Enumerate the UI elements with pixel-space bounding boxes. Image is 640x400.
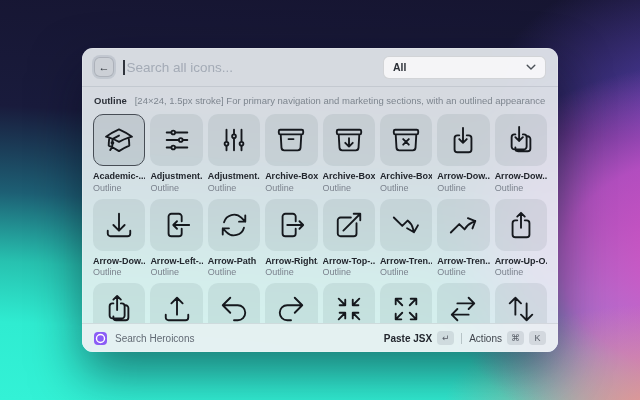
arrow-uturn-left-icon [219,294,249,323]
icon-card-label: Adjustment... [150,171,202,181]
icon-card-arrow-trending-down[interactable]: Arrow-Tren... Outline [380,199,432,278]
actions-label: Actions [469,333,502,344]
archive-box-arrow-down-icon [334,125,364,155]
actions-button[interactable]: Actions ⌘ K [469,331,546,345]
section-title: Outline [94,95,127,106]
icon-card-arrow-up-on-square-stack[interactable] [93,283,145,323]
chevron-down-icon [526,64,536,71]
icon-card-arrow-trending-up[interactable]: Arrow-Tren... Outline [437,199,489,278]
arrow-down-on-square-icon [448,125,478,155]
icon-card-label: Archive-Box... [323,171,375,181]
icon-card-style: Outline [323,268,375,278]
arrows-right-left-icon [448,294,478,323]
icon-card-archive-box-arrow-down[interactable]: Archive-Box... Outline [323,114,375,193]
results-area: Outline [24×24, 1.5px stroke] For primar… [82,86,558,323]
icon-card-label: Academic-... [93,171,145,181]
icon-card-label: Arrow-Tren... [380,256,432,266]
icon-card-arrow-down-on-square-stack[interactable]: Arrow-Dow... Outline [495,114,547,193]
arrows-up-down-icon [506,294,536,323]
icon-card-label: Arrow-Dow... [495,171,547,181]
icon-grid: Academic-... Outline Adjustment... Outli… [93,114,547,323]
arrow-down-tray-icon [104,210,134,240]
icon-card-style: Outline [380,268,432,278]
icon-card-arrow-uturn-right[interactable] [265,283,317,323]
icon-card-arrows-pointing-out[interactable] [380,283,432,323]
icon-card-label: Arrow-Tren... [437,256,489,266]
desktop-background: { "search": { "placeholder": "Search all… [0,0,640,400]
icon-card-style: Outline [93,268,145,278]
icon-card-label: Arrow-Left-... [150,256,202,266]
icon-card-arrow-up-tray[interactable] [150,283,202,323]
icon-card-arrow-path[interactable]: Arrow-Path Outline [208,199,260,278]
academic-cap-icon [104,125,134,155]
icon-card-label: Arrow-Right... [265,256,317,266]
icon-card-style: Outline [265,184,317,194]
icon-card-arrows-up-down[interactable] [495,283,547,323]
search-bar: ← All [82,48,558,87]
filter-dropdown[interactable]: All [383,56,546,79]
icon-card-style: Outline [323,184,375,194]
arrow-trending-down-icon [391,210,421,240]
arrow-up-on-square-icon [506,210,536,240]
enter-key-icon: ↵ [437,331,454,345]
icon-card-label: Arrow-Path [208,256,260,266]
icon-card-arrow-uturn-left[interactable] [208,283,260,323]
adjustments-vertical-icon [219,125,249,155]
arrow-down-on-square-stack-icon [506,125,536,155]
icon-card-style: Outline [208,268,260,278]
arrow-top-right-on-square-icon [334,210,364,240]
icon-card-adjustments-vertical[interactable]: Adjustment... Outline [208,114,260,193]
paste-jsx-button[interactable]: Paste JSX ↵ [384,331,454,345]
icon-card-style: Outline [495,268,547,278]
icon-card-label: Arrow-Top-... [323,256,375,266]
arrows-pointing-out-icon [391,294,421,323]
icon-card-arrow-down-on-square[interactable]: Arrow-Dow... Outline [437,114,489,193]
icon-card-arrow-right-on-rectangle[interactable]: Arrow-Right... Outline [265,199,317,278]
icon-card-archive-box-x-mark[interactable]: Archive-Box... Outline [380,114,432,193]
icon-card-arrow-left-on-rectangle[interactable]: Arrow-Left-... Outline [150,199,202,278]
arrow-path-icon [219,210,249,240]
icon-card-style: Outline [265,268,317,278]
footer-divider [461,333,462,344]
arrow-up-on-square-stack-icon [104,294,134,323]
icon-card-style: Outline [495,184,547,194]
extension-name: Search Heroicons [115,333,194,344]
icon-card-arrow-top-right-on-square[interactable]: Arrow-Top-... Outline [323,199,375,278]
back-button[interactable]: ← [94,57,114,77]
arrow-trending-up-icon [448,210,478,240]
icon-card-style: Outline [150,184,202,194]
k-key-icon: K [529,331,546,345]
launcher-window: ← All Outline [24×24, 1.5px stroke] For … [82,48,558,352]
icon-card-style: Outline [437,184,489,194]
section-description: [24×24, 1.5px stroke] For primary naviga… [135,95,546,106]
icon-card-arrows-right-left[interactable] [437,283,489,323]
arrow-left-on-rectangle-icon [162,210,192,240]
icon-card-label: Adjustment... [208,171,260,181]
archive-box-x-mark-icon [391,125,421,155]
icon-card-arrow-up-on-square[interactable]: Arrow-Up-O... Outline [495,199,547,278]
search-field [123,60,374,75]
icon-card-arrows-pointing-in[interactable] [323,283,375,323]
search-input[interactable] [127,60,375,75]
archive-box-icon [276,125,306,155]
arrow-up-tray-icon [162,294,192,323]
icon-card-style: Outline [150,268,202,278]
command-key-icon: ⌘ [507,331,524,345]
icon-card-label: Archive-Box... [380,171,432,181]
adjustments-horizontal-icon [162,125,192,155]
icon-card-academic-cap[interactable]: Academic-... Outline [93,114,145,193]
icon-card-style: Outline [437,268,489,278]
icon-card-archive-box[interactable]: Archive-Box Outline [265,114,317,193]
icon-card-label: Arrow-Dow... [437,171,489,181]
section-header: Outline [24×24, 1.5px stroke] For primar… [94,95,546,106]
icon-card-style: Outline [380,184,432,194]
icon-card-label: Archive-Box [265,171,317,181]
icon-card-arrow-down-tray[interactable]: Arrow-Dow... Outline [93,199,145,278]
icon-card-adjustments-horizontal[interactable]: Adjustment... Outline [150,114,202,193]
arrow-right-on-rectangle-icon [276,210,306,240]
arrow-uturn-right-icon [276,294,306,323]
icon-card-label: Arrow-Dow... [93,256,145,266]
footer-actions: Paste JSX ↵ Actions ⌘ K [384,331,546,345]
filter-dropdown-value: All [393,61,406,73]
paste-jsx-label: Paste JSX [384,333,432,344]
